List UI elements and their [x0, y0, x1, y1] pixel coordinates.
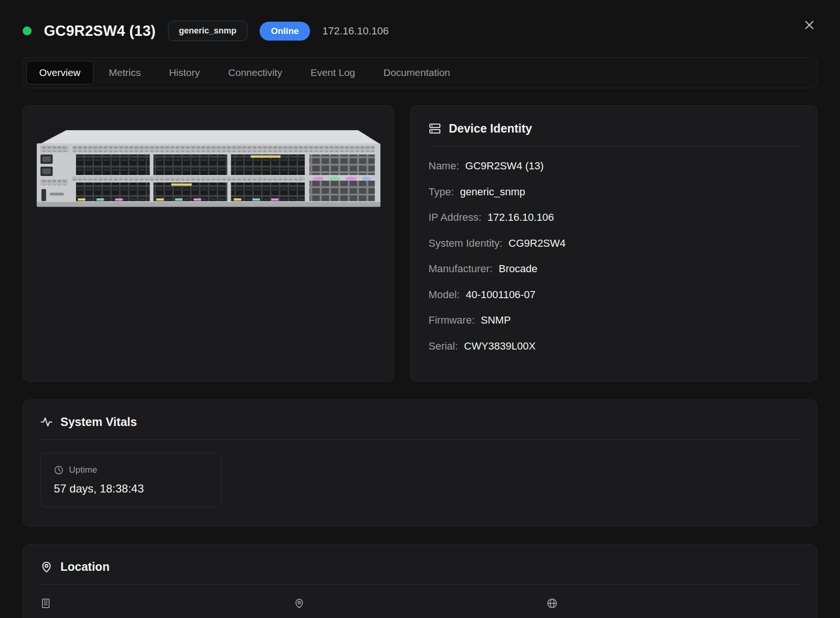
identity-value: 40-1001106-07: [466, 288, 536, 301]
tab-connectivity[interactable]: Connectivity: [216, 61, 295, 84]
system-vitals-header: System Vitals: [40, 415, 800, 429]
tab-history[interactable]: History: [156, 61, 212, 84]
card-title: System Vitals: [60, 415, 137, 429]
device-identity-card: Device Identity Name: GC9R2SW4 (13) Type…: [410, 105, 817, 382]
uptime-head: Uptime: [54, 465, 208, 475]
device-detail-page: GC9R2SW4 (13) generic_snmp Online 172.16…: [0, 0, 840, 618]
close-icon: [803, 19, 815, 31]
identity-value: generic_snmp: [460, 185, 525, 199]
card-title: Location: [60, 560, 109, 574]
location-card: Location: [23, 544, 817, 618]
globe-icon: [546, 598, 558, 609]
system-vitals-card: System Vitals Uptime 57 days, 18:38:43: [23, 400, 817, 526]
identity-row: Serial: CWY3839L00X: [428, 340, 799, 353]
identity-row: Manufacturer: Brocade: [428, 262, 799, 276]
divider: [40, 584, 800, 585]
identity-label: Serial:: [428, 340, 458, 353]
tab-bar: Overview Metrics History Connectivity Ev…: [23, 57, 817, 88]
identity-row: Type: generic_snmp: [428, 185, 799, 199]
clock-icon: [54, 465, 64, 475]
card-title: Device Identity: [449, 122, 532, 135]
identity-value: 172.16.10.106: [487, 211, 554, 224]
identity-label: IP Address:: [428, 211, 481, 224]
identity-value: Brocade: [499, 262, 538, 276]
map-pin-icon: [40, 560, 53, 573]
device-identity-header: Device Identity: [428, 122, 799, 135]
close-button[interactable]: [801, 17, 817, 33]
identity-row: Name: GC9R2SW4 (13): [428, 159, 799, 173]
divider: [428, 146, 799, 146]
building-icon: [40, 598, 51, 609]
identity-label: Type:: [428, 185, 454, 199]
status-badge: Online: [260, 22, 310, 41]
divider: [40, 439, 800, 440]
identity-row: IP Address: 172.16.10.106: [428, 211, 799, 224]
location-detail: [546, 598, 800, 609]
device-image: [31, 127, 386, 218]
activity-pulse-icon: [40, 416, 53, 428]
uptime-tile: Uptime 57 days, 18:38:43: [40, 453, 221, 507]
status-dot: [23, 26, 32, 35]
uptime-value: 57 days, 18:38:43: [54, 482, 208, 495]
identity-value: GC9R2SW4 (13): [465, 159, 544, 173]
location-header: Location: [40, 560, 800, 574]
pin-icon: [294, 598, 305, 609]
identity-label: Firmware:: [428, 314, 475, 327]
identity-row: Model: 40-1001106-07: [428, 288, 799, 301]
identity-value: SNMP: [481, 314, 511, 327]
tab-event-log[interactable]: Event Log: [298, 61, 368, 84]
tab-documentation[interactable]: Documentation: [371, 61, 463, 84]
top-cards-row: Device Identity Name: GC9R2SW4 (13) Type…: [23, 105, 817, 382]
tab-overview[interactable]: Overview: [26, 61, 93, 84]
page-title: GC9R2SW4 (13): [44, 23, 156, 40]
identity-value: CG9R2SW4: [509, 237, 566, 250]
identity-label: Model:: [428, 288, 460, 301]
identity-value: CWY3839L00X: [464, 340, 536, 353]
identity-row: Firmware: SNMP: [428, 314, 799, 327]
identity-label: Manufacturer:: [428, 262, 493, 276]
server-stack-icon: [428, 122, 441, 135]
device-image-card: [23, 105, 394, 382]
header: GC9R2SW4 (13) generic_snmp Online 172.16…: [23, 21, 817, 41]
device-type-badge: generic_snmp: [168, 21, 247, 41]
location-details-row: [40, 598, 800, 609]
identity-row: System Identity: CG9R2SW4: [428, 237, 799, 250]
identity-label: Name:: [428, 159, 459, 173]
identity-label: System Identity:: [428, 237, 503, 250]
device-ip: 172.16.10.106: [322, 25, 389, 37]
uptime-label: Uptime: [69, 465, 97, 475]
tab-metrics[interactable]: Metrics: [96, 61, 154, 84]
location-detail: [294, 598, 547, 609]
location-detail: [40, 598, 294, 609]
